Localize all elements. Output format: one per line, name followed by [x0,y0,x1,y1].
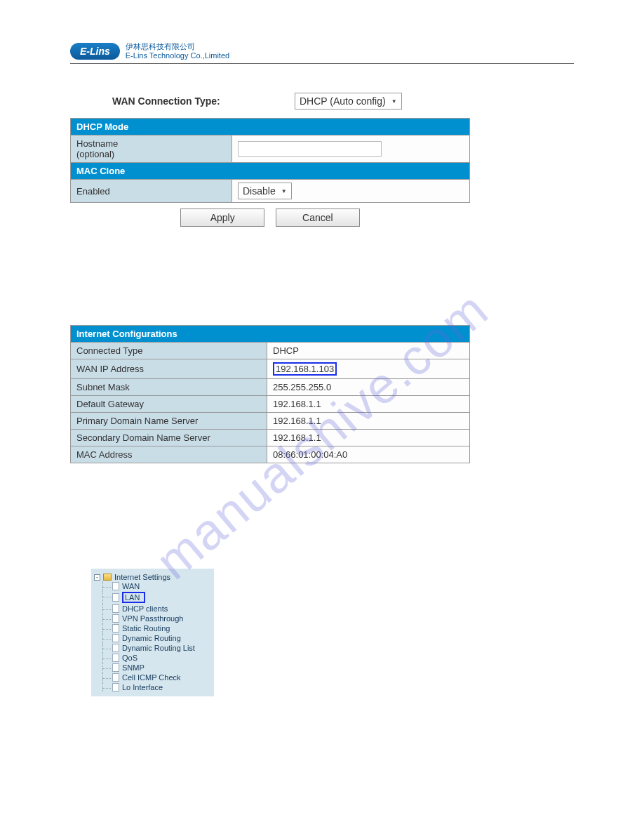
config-value: 255.255.255.0 [267,379,470,396]
config-value: 192.168.1.1 [267,413,470,430]
config-value: 192.168.1.1 [267,396,470,413]
page-icon [112,582,119,590]
tree-item-label: LAN [122,592,145,603]
apply-button[interactable]: Apply [180,208,264,227]
wan-connection-select[interactable]: DHCP (Auto config) [295,93,402,110]
tree-item-dhcp-clients[interactable]: DHCP clients [112,604,210,614]
page-icon [112,604,119,613]
table-row: Default Gateway192.168.1.1 [71,396,470,413]
tree-item-label: VPN Passthrough [122,614,183,623]
config-key: MAC Address [71,446,267,463]
table-row: WAN IP Address192.168.1.103 [71,359,470,379]
brand-logo: E-Lins [70,43,120,60]
brand-name-cn: 伊林思科技有限公司 [126,42,229,51]
page-icon [112,593,119,602]
page-icon [112,673,119,682]
dhcp-mode-header: DHCP Mode [71,119,470,135]
mac-clone-enabled-select[interactable]: Disable [238,183,292,199]
config-value: 192.168.1.1 [267,430,470,446]
table-row: Subnet Mask255.255.255.0 [71,379,470,396]
tree-item-label: Cell ICMP Check [122,673,181,682]
config-key: Secondary Domain Name Server [71,430,267,446]
tree-item-vpn-passthrough[interactable]: VPN Passthrough [112,614,210,623]
tree-item-label: Dynamic Routing [122,634,181,642]
mac-clone-header: MAC Clone [71,163,470,180]
tree-item-qos[interactable]: QoS [112,653,210,663]
page-icon [112,624,119,633]
table-row: Primary Domain Name Server192.168.1.1 [71,413,470,430]
internet-settings-tree: - Internet Settings WANLANDHCP clientsVP… [91,569,214,696]
config-key: Subnet Mask [71,379,267,396]
brand-name-en: E-Lins Technology Co.,Limited [126,51,229,60]
hostname-label: Hostname (optional) [71,135,232,163]
wan-connection-label: WAN Connection Type: [112,95,295,107]
table-row: Secondary Domain Name Server192.168.1.1 [71,430,470,446]
tree-item-label: QoS [122,654,137,662]
internet-config-table: Internet Configurations Connected TypeDH… [70,325,470,463]
wan-connection-row: WAN Connection Type: DHCP (Auto config) [70,88,574,118]
config-key: WAN IP Address [71,359,267,379]
collapse-icon[interactable]: - [94,574,100,581]
page-icon [112,634,119,642]
config-value: 192.168.1.103 [267,359,470,379]
tree-item-dynamic-routing-list[interactable]: Dynamic Routing List [112,643,210,653]
tree-root[interactable]: - Internet Settings [94,573,210,581]
page-header: E-Lins 伊林思科技有限公司 E-Lins Technology Co.,L… [70,42,574,64]
page-icon [112,654,119,662]
hostname-input[interactable] [238,141,382,157]
page-icon [112,683,119,691]
tree-item-dynamic-routing[interactable]: Dynamic Routing [112,633,210,643]
tree-root-label: Internet Settings [114,573,170,581]
tree-item-label: Lo Interface [122,683,163,691]
tree-item-label: WAN [122,582,140,590]
config-key: Connected Type [71,343,267,359]
config-key: Default Gateway [71,396,267,413]
page-icon [112,644,119,652]
internet-config-header: Internet Configurations [71,326,470,343]
tree-item-label: Dynamic Routing List [122,644,195,652]
tree-item-label: DHCP clients [122,604,168,613]
config-value: 08:66:01:00:04:A0 [267,446,470,463]
tree-item-cell-icmp-check[interactable]: Cell ICMP Check [112,673,210,682]
config-value: DHCP [267,343,470,359]
config-key: Primary Domain Name Server [71,413,267,430]
mac-clone-enabled-label: Enabled [71,180,232,203]
tree-item-static-routing[interactable]: Static Routing [112,623,210,633]
tree-item-label: SNMP [122,663,145,672]
table-row: MAC Address08:66:01:00:04:A0 [71,446,470,463]
tree-item-wan[interactable]: WAN [112,581,210,591]
page-icon [112,614,119,623]
highlighted-value: 192.168.1.103 [273,362,337,376]
folder-icon [103,574,112,581]
tree-item-lan[interactable]: LAN [112,591,210,604]
tree-item-label: Static Routing [122,624,170,633]
tree-item-lo-interface[interactable]: Lo Interface [112,682,210,692]
cancel-button[interactable]: Cancel [276,208,360,227]
page-icon [112,663,119,672]
wan-settings-table: DHCP Mode Hostname (optional) MAC Clone … [70,118,470,203]
tree-item-snmp[interactable]: SNMP [112,663,210,673]
table-row: Connected TypeDHCP [71,343,470,359]
